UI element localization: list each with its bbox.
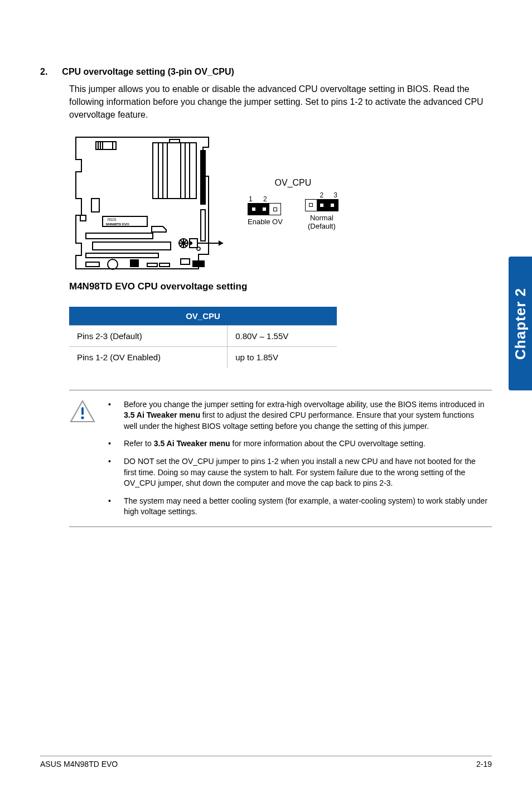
- board-brand-label: /SUS: [107, 218, 117, 221]
- section-body: This jumper allows you to enable or disa…: [69, 83, 492, 122]
- callout-item: • DO NOT set the OV_CPU jumper to pins 1…: [108, 456, 489, 489]
- svg-rect-16: [80, 215, 86, 221]
- jumper-header-label: OV_CPU: [248, 178, 338, 188]
- board-model-label: M4N98TD EVO: [106, 223, 129, 226]
- svg-marker-32: [219, 240, 223, 246]
- motherboard-outline-icon: /SUS M4N98TD EVO: [69, 132, 225, 277]
- table-cell: Pins 2-3 (Default): [69, 325, 228, 346]
- svg-rect-29: [159, 263, 170, 267]
- callout-bold: 3.5 Ai Tweaker menu: [124, 410, 200, 419]
- jumper-enable-ov: 1 2 3 Enable OV: [248, 195, 283, 226]
- chapter-side-tab-label: Chapter 2: [512, 288, 529, 360]
- svg-rect-12: [170, 139, 180, 143]
- page-footer: ASUS M4N98TD EVO 2-19: [40, 756, 492, 769]
- callout-text: Before you change the jumper setting for…: [124, 400, 484, 409]
- callout-text: Refer to: [124, 439, 154, 448]
- svg-rect-13: [201, 151, 205, 204]
- svg-rect-28: [147, 263, 157, 267]
- table-header: OV_CPU: [69, 307, 337, 326]
- pin-num: 2: [320, 191, 324, 199]
- svg-point-26: [108, 259, 118, 269]
- svg-point-36: [81, 416, 84, 419]
- svg-rect-15: [91, 199, 99, 212]
- voltage-table: OV_CPU Pins 2-3 (Default) 0.80V – 1.55V …: [69, 307, 337, 368]
- jumper-normal: 1 2 3 Normal (Default): [305, 191, 338, 230]
- warning-callout: • Before you change the jumper setting f…: [69, 390, 492, 527]
- pin-num: 2: [263, 195, 267, 203]
- svg-rect-23: [181, 259, 190, 264]
- table-row: Pins 1-2 (OV Enabled) up to 1.85V: [69, 346, 337, 368]
- callout-text: for more information about the CPU overv…: [230, 439, 425, 448]
- table-cell: up to 1.85V: [228, 346, 337, 368]
- footer-left: ASUS M4N98TD EVO: [40, 760, 118, 769]
- svg-rect-27: [130, 260, 138, 267]
- svg-rect-18: [86, 233, 153, 239]
- table-cell: 0.80V – 1.55V: [228, 325, 337, 346]
- pin-num: 1: [249, 195, 253, 203]
- table-cell: Pins 1-2 (OV Enabled): [69, 346, 228, 368]
- svg-rect-19: [93, 242, 171, 250]
- section-number: 2.: [40, 67, 47, 77]
- callout-text: The system may need a better cooling sys…: [124, 496, 487, 516]
- callout-text: DO NOT set the OV_CPU jumper to pins 1-2…: [124, 457, 476, 487]
- jumper-right-label: Normal: [305, 214, 338, 222]
- jumper-right-sublabel: (Default): [305, 222, 338, 230]
- chapter-side-tab: Chapter 2: [509, 257, 532, 390]
- callout-bold: 3.5 Ai Tweaker menu: [154, 439, 230, 448]
- callout-item: • Before you change the jumper setting f…: [108, 399, 489, 432]
- svg-point-33: [197, 247, 200, 250]
- callout-item: • The system may need a better cooling s…: [108, 496, 489, 518]
- table-row: Pins 2-3 (Default) 0.80V – 1.55V: [69, 325, 337, 346]
- svg-rect-35: [81, 407, 84, 415]
- callout-item: • Refer to 3.5 Ai Tweaker menu for more …: [108, 438, 489, 450]
- svg-rect-24: [193, 261, 204, 267]
- svg-rect-14: [201, 210, 205, 241]
- svg-point-30: [190, 242, 192, 244]
- caution-icon: [69, 399, 96, 518]
- pin-num: 3: [333, 191, 337, 199]
- svg-rect-25: [86, 262, 99, 267]
- jumper-left-label: Enable OV: [248, 218, 283, 226]
- motherboard-diagram: /SUS M4N98TD EVO OV_CPU 1 2 3: [69, 132, 492, 277]
- svg-rect-20: [86, 253, 158, 258]
- diagram-caption: M4N98TD EVO CPU overvoltage setting: [69, 281, 492, 292]
- footer-right: 2-19: [476, 760, 492, 769]
- section-title: CPU overvoltage setting (3-pin OV_CPU): [62, 67, 234, 77]
